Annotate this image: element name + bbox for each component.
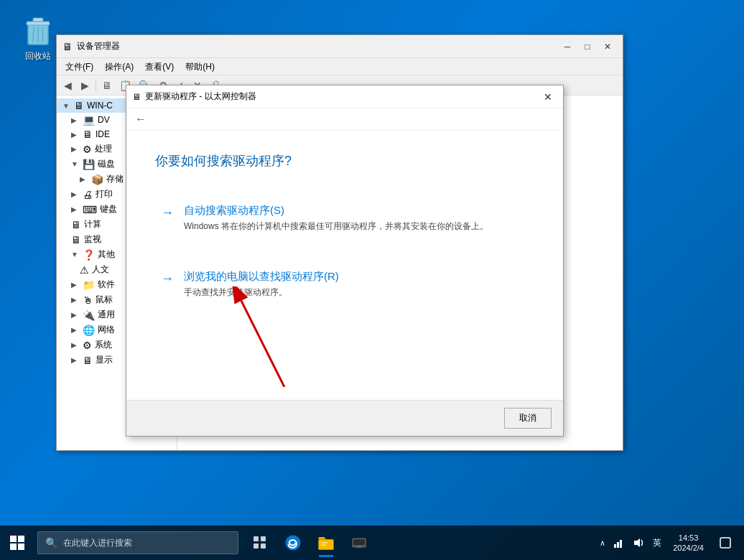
dialog-heading: 你要如何搜索驱动程序? — [155, 152, 534, 169]
tree-mouse-icon: 🖱 — [83, 294, 93, 306]
svg-rect-17 — [318, 539, 333, 550]
svg-rect-25 — [620, 540, 622, 548]
svg-rect-1 — [27, 22, 50, 25]
toolbar-btn-1[interactable]: 🖥 — [99, 78, 115, 93]
volume-tray-icon[interactable] — [630, 536, 647, 550]
browse-option[interactable]: → 浏览我的电脑以查找驱动程序(R) 手动查找并安装驱动程序。 — [155, 264, 534, 304]
file-explorer-icon — [317, 533, 335, 552]
tree-root-arrow: ▼ — [62, 102, 71, 110]
taskbar-search[interactable]: 🔍 在此键入进行搜索 — [37, 531, 238, 554]
tree-disk-label: 磁盘 — [98, 158, 115, 170]
tree-system-arrow: ▶ — [71, 341, 80, 349]
tree-print-arrow: ▶ — [71, 190, 80, 198]
forward-button[interactable]: ▶ — [77, 78, 93, 93]
menu-action[interactable]: 操作(A) — [99, 60, 139, 73]
svg-line-7 — [241, 301, 284, 387]
dialog-back-icon[interactable]: ← — [135, 113, 147, 126]
auto-search-arrow-icon: → — [161, 205, 174, 220]
svg-rect-14 — [254, 543, 259, 549]
tree-software-icon: 📁 — [83, 279, 95, 291]
taskbar-taskview[interactable] — [244, 527, 276, 559]
svg-rect-11 — [18, 543, 24, 550]
tree-process-label: 处理 — [95, 143, 112, 155]
tray-expand-icon[interactable]: ∧ — [598, 537, 607, 549]
system-clock[interactable]: 14:53 2024/2/4 — [667, 526, 710, 560]
tree-universal-label: 通用 — [98, 309, 115, 321]
dialog-footer: 取消 — [126, 400, 563, 436]
taskbar-search-icon: 🔍 — [45, 537, 57, 549]
tree-root-icon: 🖥 — [74, 100, 84, 111]
maximize-button[interactable]: □ — [578, 39, 597, 54]
taskbar-explorer[interactable] — [310, 527, 342, 559]
edge-icon — [284, 533, 302, 552]
notification-button[interactable] — [712, 526, 738, 560]
start-button[interactable] — [0, 526, 34, 560]
cancel-button[interactable]: 取消 — [504, 408, 552, 429]
tree-warning-label: 人文 — [92, 263, 109, 276]
tree-warning-icon: ⚠ — [80, 264, 89, 276]
toolbar-sep-1 — [96, 79, 96, 92]
auto-search-option[interactable]: → 自动搜索驱动程序(S) Windows 将在你的计算机中搜索最佳可用驱动程序… — [155, 198, 534, 238]
minimize-button[interactable]: ─ — [558, 39, 577, 54]
svg-rect-2 — [33, 18, 43, 22]
dialog-title: 更新驱动程序 - 以太网控制器 — [145, 90, 256, 103]
tree-universal-arrow: ▶ — [71, 311, 80, 319]
tree-mouse-label: 鼠标 — [96, 294, 113, 306]
tree-ide-label: IDE — [96, 129, 110, 139]
device-manager-icon: 🖥 — [62, 41, 73, 52]
svg-line-3 — [33, 27, 34, 42]
tree-display-icon: 🖥 — [83, 355, 93, 366]
auto-search-title: 自动搜索驱动程序(S) — [184, 204, 488, 218]
tree-keyboard-label: 键盘 — [100, 203, 117, 215]
tree-monitor-label: 监视 — [84, 233, 101, 246]
taskbar-apps — [241, 527, 592, 559]
auto-search-description: Windows 将在你的计算机中搜索最佳可用驱动程序，并将其安装在你的设备上。 — [184, 220, 488, 233]
tree-root-label: WIN-C — [87, 101, 113, 111]
menu-help[interactable]: 帮助(H) — [180, 60, 220, 73]
network-tray-icon[interactable] — [610, 536, 627, 550]
tree-keyboard-arrow: ▶ — [71, 205, 80, 213]
tree-storage-icon: 📦 — [91, 174, 103, 185]
desktop: 回收站 🖥 设备管理器 ─ □ ✕ 文件(F) 操作(A) 查看(V) 帮助(H… — [0, 0, 744, 560]
taskbar-app-extra[interactable] — [343, 527, 375, 559]
svg-rect-19 — [321, 544, 326, 546]
volume-icon — [633, 537, 644, 549]
tree-print-icon: 🖨 — [83, 189, 93, 200]
svg-rect-8 — [10, 536, 17, 542]
tree-dv-arrow: ▶ — [71, 116, 80, 124]
menu-view[interactable]: 查看(V) — [139, 60, 180, 73]
back-button[interactable]: ◀ — [60, 78, 75, 93]
tree-software-label: 软件 — [98, 279, 115, 291]
svg-rect-10 — [10, 543, 17, 550]
close-button[interactable]: ✕ — [598, 39, 617, 54]
tree-network-label: 网络 — [98, 324, 115, 336]
language-tray-icon[interactable]: 英 — [650, 536, 664, 551]
tree-display-arrow: ▶ — [71, 356, 80, 364]
dialog-title-icon: 🖥 — [132, 92, 141, 102]
dialog-title-group: 🖥 更新驱动程序 - 以太网控制器 — [132, 90, 256, 103]
tree-mouse-arrow: ▶ — [71, 296, 80, 304]
clock-time: 14:53 — [679, 533, 699, 542]
app-extra-icon — [350, 533, 368, 552]
menu-file[interactable]: 文件(F) — [60, 60, 99, 73]
dialog-nav: ← — [126, 108, 563, 131]
taskbar-edge[interactable] — [277, 527, 309, 559]
notification-icon — [720, 537, 731, 549]
svg-rect-27 — [720, 538, 730, 548]
device-manager-titlebar: 🖥 设备管理器 ─ □ ✕ — [57, 35, 623, 58]
update-driver-dialog: 🖥 更新驱动程序 - 以太网控制器 ✕ ← 你要如何搜索驱动程序? → 自动搜索… — [126, 85, 564, 437]
svg-rect-21 — [353, 539, 365, 545]
svg-rect-23 — [614, 544, 616, 548]
svg-rect-12 — [254, 536, 259, 541]
tree-disk-icon: 💾 — [83, 159, 95, 170]
svg-rect-22 — [357, 546, 362, 548]
taskbar: 🔍 在此键入进行搜索 — [0, 526, 744, 560]
tree-dv-icon: 💻 — [83, 114, 95, 126]
tree-storage-label: 存储 — [106, 173, 124, 185]
svg-marker-26 — [634, 538, 640, 547]
system-tray: ∧ 英 14:53 2024/2/4 — [592, 526, 744, 560]
svg-rect-24 — [617, 542, 619, 548]
menu-bar: 文件(F) 操作(A) 查看(V) 帮助(H) — [57, 58, 623, 75]
clock-date: 2024/2/4 — [673, 543, 704, 552]
dialog-close-button[interactable]: ✕ — [539, 90, 557, 104]
